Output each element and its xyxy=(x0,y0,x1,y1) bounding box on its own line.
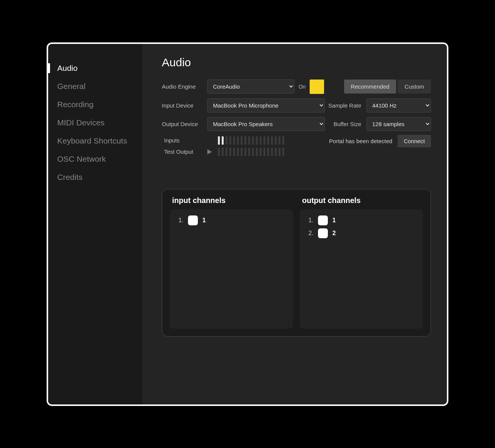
sample-rate-select[interactable]: 44100 Hz xyxy=(367,98,431,112)
output-device-label: Output Device xyxy=(162,121,207,127)
channel-row: 2.2 xyxy=(306,227,417,240)
sample-rate-label: Sample Rate xyxy=(325,102,361,109)
settings-window: ✕ Audio General Recording MIDI Devices K… xyxy=(47,42,448,406)
input-device-label: Input Device xyxy=(162,102,207,109)
channel-name: 1 xyxy=(202,217,206,224)
channel-row: 1.1 xyxy=(176,214,287,227)
sidebar-item-keyboard-shortcuts[interactable]: Keyboard Shortcuts xyxy=(48,132,142,150)
channel-name: 1 xyxy=(332,217,336,224)
sidebar: Audio General Recording MIDI Devices Key… xyxy=(48,44,142,404)
sidebar-item-recording[interactable]: Recording xyxy=(48,95,142,114)
main-panel: Audio Audio Engine CoreAudio On Recommen… xyxy=(142,44,447,404)
inputs-meter xyxy=(218,136,284,145)
channel-index: 1. xyxy=(176,217,183,224)
inputs-meter-label: Inputs xyxy=(162,137,201,144)
page-title: Audio xyxy=(162,56,431,69)
output-channels-header: output channels xyxy=(300,196,423,205)
sidebar-item-credits[interactable]: Credits xyxy=(48,168,142,186)
output-channels-list: 1.12.2 xyxy=(300,209,423,329)
test-output-meter xyxy=(218,148,284,156)
play-icon[interactable] xyxy=(207,149,212,155)
buffer-size-label: Buffer Size xyxy=(325,121,361,127)
input-device-select[interactable]: MacBook Pro Microphone xyxy=(207,98,325,112)
sidebar-item-osc-network[interactable]: OSC Network xyxy=(48,150,142,168)
engine-on-toggle[interactable] xyxy=(310,80,324,94)
output-device-select[interactable]: MacBook Pro Speakers xyxy=(207,117,325,131)
output-channel-toggle[interactable] xyxy=(318,228,328,238)
input-channels-header: input channels xyxy=(170,196,293,205)
channel-name: 2 xyxy=(332,230,336,237)
output-channel-toggle[interactable] xyxy=(318,215,328,225)
sidebar-item-general[interactable]: General xyxy=(48,77,142,95)
channel-index: 2. xyxy=(306,230,313,237)
channel-index: 1. xyxy=(306,217,313,224)
audio-engine-select[interactable]: CoreAudio xyxy=(207,80,294,94)
recommended-button[interactable]: Recommended xyxy=(344,80,396,94)
sidebar-item-midi-devices[interactable]: MIDI Devices xyxy=(48,114,142,132)
input-channel-toggle[interactable] xyxy=(188,215,198,225)
test-output-label: Test Output xyxy=(162,148,201,155)
channel-row: 1.1 xyxy=(306,214,417,227)
connect-button[interactable]: Connect xyxy=(398,135,431,147)
custom-button[interactable]: Custom xyxy=(398,80,431,94)
engine-on-label: On xyxy=(294,84,310,90)
input-channels-list: 1.1 xyxy=(170,209,293,329)
portal-status-text: Portal has been detected xyxy=(329,138,392,144)
sidebar-item-audio[interactable]: Audio xyxy=(48,59,142,77)
channels-panel: input channels 1.1 output channels 1.12.… xyxy=(162,189,431,337)
audio-engine-label: Audio Engine xyxy=(162,83,207,90)
buffer-size-select[interactable]: 128 samples xyxy=(367,117,431,131)
